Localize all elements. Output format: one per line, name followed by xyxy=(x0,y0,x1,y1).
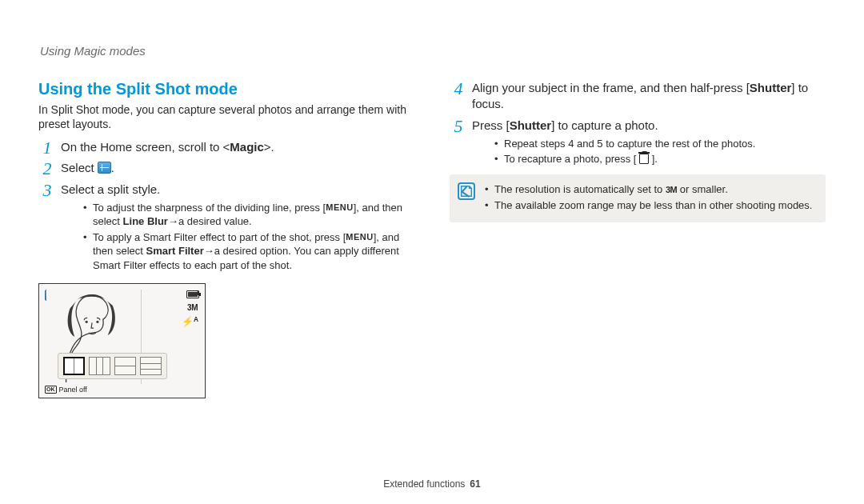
footer-label: Extended functions xyxy=(383,478,465,490)
split-mode-icon xyxy=(98,162,111,174)
trash-icon xyxy=(639,154,649,164)
arrow-icon: → xyxy=(204,246,214,256)
running-head: Using Magic modes xyxy=(40,44,826,58)
steps-list-left: On the Home screen, scroll to <Magic>. S… xyxy=(38,139,414,272)
step-5-sublist: Repeat steps 4 and 5 to capture the rest… xyxy=(494,137,826,166)
note-icon xyxy=(458,182,475,200)
menu-label-icon: MENU xyxy=(326,203,353,212)
split-style-selector xyxy=(58,353,167,379)
s5-pre: Press [ xyxy=(472,118,510,132)
shutter-label: Shutter xyxy=(510,118,552,132)
s3a-post: a desired value. xyxy=(178,215,252,227)
lcd-screen: I 3M ⚡A xyxy=(40,285,204,397)
page-footer: Extended functions61 xyxy=(0,478,864,490)
split-style-3v xyxy=(89,357,110,375)
step-1-pre: On the Home screen, scroll to < xyxy=(61,140,230,154)
s4-pre: Align your subject in the frame, and the… xyxy=(472,81,750,94)
step-5: Press [Shutter] to capture a photo. Repe… xyxy=(450,118,826,166)
shutter-label: Shutter xyxy=(750,81,792,94)
step-5-sub-b: To recapture a photo, press [ ]. xyxy=(494,152,826,166)
resolution-3m-icon: 3M xyxy=(666,184,677,196)
s3b-pre: To apply a Smart Filter effect to part o… xyxy=(93,231,346,243)
section-title: Using the Split Shot mode xyxy=(38,80,414,98)
step-2-pre: Select xyxy=(61,161,98,174)
resolution-indicator: 3M xyxy=(187,303,198,312)
na-post: or smaller. xyxy=(677,183,728,195)
ok-button-icon: OK xyxy=(45,386,57,394)
step-3: Select a split style. To adjust the shar… xyxy=(38,182,414,273)
step-3-sub-a: To adjust the sharpness of the dividing … xyxy=(83,201,414,229)
step-1-magic: Magic xyxy=(230,140,264,154)
smart-filter-label: Smart Filter xyxy=(146,245,204,257)
flash-auto-label: A xyxy=(194,315,198,323)
step-3-sub-b: To apply a Smart Filter effect to part o… xyxy=(83,230,414,273)
note-a: The resolution is automatically set to 3… xyxy=(485,182,816,197)
s5b-pre: To recapture a photo, press [ xyxy=(504,153,639,165)
split-style-3h xyxy=(140,357,162,375)
s5b-post: ]. xyxy=(649,153,658,165)
step-3-sublist: To adjust the sharpness of the dividing … xyxy=(83,201,414,273)
s5-post: ] to capture a photo. xyxy=(551,118,658,132)
right-column: Align your subject in the frame, and the… xyxy=(450,80,826,398)
s3a-pre: To adjust the sharpness of the dividing … xyxy=(93,202,326,214)
split-style-2v xyxy=(63,357,85,375)
lcd-figure: I 3M ⚡A xyxy=(38,283,206,398)
step-4: Align your subject in the frame, and the… xyxy=(450,80,826,113)
line-blur-label: Line Blur xyxy=(123,215,168,227)
panel-off-label: OKPanel off xyxy=(45,386,87,394)
note-box: The resolution is automatically set to 3… xyxy=(450,174,826,222)
intro-text: In Split Shot mode, you can capture seve… xyxy=(38,103,414,131)
step-3-text: Select a split style. xyxy=(61,182,160,196)
split-style-2h xyxy=(114,357,136,375)
step-5-sub-a: Repeat steps 4 and 5 to capture the rest… xyxy=(494,137,826,151)
na-pre: The resolution is automatically set to xyxy=(494,183,666,195)
left-column: Using the Split Shot mode In Split Shot … xyxy=(38,80,414,398)
svg-point-2 xyxy=(96,321,98,323)
arrow-icon: → xyxy=(168,216,178,226)
step-1-post: >. xyxy=(264,140,274,154)
note-b: The available zoom range may be less tha… xyxy=(485,198,816,213)
step-1: On the Home screen, scroll to <Magic>. xyxy=(38,139,414,155)
flash-auto-indicator: ⚡A xyxy=(182,315,198,327)
battery-icon xyxy=(186,290,199,298)
panel-off-text: Panel off xyxy=(59,386,87,394)
step-2-post: . xyxy=(111,161,114,174)
svg-point-1 xyxy=(86,321,88,323)
step-2: Select . xyxy=(38,160,414,176)
page-number: 61 xyxy=(470,478,480,490)
steps-list-right: Align your subject in the frame, and the… xyxy=(450,80,826,166)
menu-label-icon: MENU xyxy=(346,233,373,242)
